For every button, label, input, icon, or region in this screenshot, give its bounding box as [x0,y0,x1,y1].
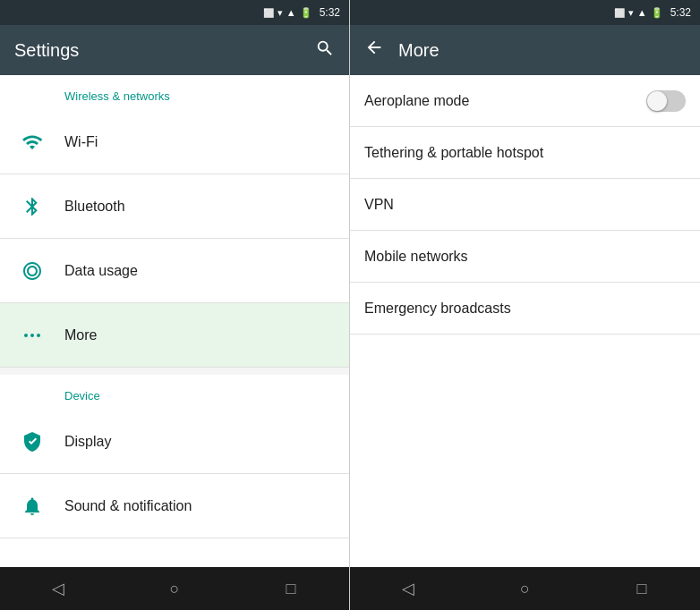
emergency-broadcasts-label: Emergency broadcasts [364,301,511,317]
settings-title: Settings [14,40,315,61]
more-content: Aeroplane mode Tethering & portable hots… [350,75,700,567]
settings-panel: ⬜ ▾ ▲ 🔋 5:32 Settings Wireless & network… [0,0,350,610]
more-item[interactable]: More [0,303,349,368]
recent-button-left[interactable]: □ [264,580,318,598]
aeroplane-toggle[interactable] [646,90,686,112]
more-panel: ⬜ ▾ ▲ 🔋 5:32 More Aeroplane mode Tetheri… [350,0,700,610]
more-app-bar: More [350,25,700,75]
bottom-nav-left: ◁ ○ □ [0,567,349,610]
display-label: Display [64,434,111,450]
wifi-status-icon: ▾ [277,7,283,19]
sim-icon-right: ⬜ [614,8,625,18]
aeroplane-mode-item[interactable]: Aeroplane mode [350,75,700,127]
vpn-item[interactable]: VPN [350,179,700,231]
time-right: 5:32 [670,6,691,19]
settings-app-bar: Settings [0,25,349,75]
svg-point-1 [30,334,34,337]
bluetooth-icon [14,196,50,217]
bluetooth-label: Bluetooth [64,199,125,215]
sim-icon: ⬜ [263,8,274,18]
more-label: More [64,327,97,343]
display-item[interactable]: Display [0,410,349,474]
tethering-label: Tethering & portable hotspot [364,145,543,161]
wifi-status-icon-right: ▾ [628,7,634,19]
status-bar-right: ⬜ ▾ ▲ 🔋 5:32 [350,0,700,25]
display-icon [14,431,50,453]
back-button-right[interactable]: ◁ [381,579,435,598]
device-section-header: Device [0,375,349,410]
bottom-nav-right: ◁ ○ □ [350,567,700,610]
sound-icon [14,496,50,517]
tethering-item[interactable]: Tethering & portable hotspot [350,127,700,179]
battery-icon-right: 🔋 [651,7,663,19]
battery-icon: 🔋 [300,7,312,19]
sound-label: Sound & notification [64,498,192,514]
status-bar-left: ⬜ ▾ ▲ 🔋 5:32 [0,0,349,25]
wifi-label: Wi-Fi [64,134,98,150]
aeroplane-mode-label: Aeroplane mode [364,93,469,109]
bluetooth-item[interactable]: Bluetooth [0,174,349,239]
settings-content: Wireless & networks Wi-Fi Bluetooth [0,75,349,567]
mobile-networks-label: Mobile networks [364,249,468,265]
sound-item[interactable]: Sound & notification [0,474,349,538]
more-title: More [398,40,686,61]
data-usage-item[interactable]: Data usage [0,239,349,303]
wireless-section-header: Wireless & networks [0,75,349,110]
toggle-knob [647,91,667,111]
recent-button-right[interactable]: □ [615,580,669,598]
wifi-icon [14,131,50,153]
search-icon[interactable] [315,38,335,63]
mobile-networks-item[interactable]: Mobile networks [350,231,700,283]
more-icon [14,325,50,346]
back-icon[interactable] [364,38,384,63]
signal-icon-right: ▲ [637,7,647,18]
emergency-broadcasts-item[interactable]: Emergency broadcasts [350,283,700,335]
time-left: 5:32 [320,6,340,19]
data-usage-label: Data usage [64,263,138,279]
data-usage-icon [14,260,50,282]
signal-icon: ▲ [286,7,296,18]
back-button-left[interactable]: ◁ [31,579,85,598]
home-button-left[interactable]: ○ [148,580,201,598]
wifi-item[interactable]: Wi-Fi [0,110,349,174]
svg-point-0 [24,334,28,337]
svg-point-2 [37,334,40,337]
home-button-right[interactable]: ○ [498,580,551,598]
vpn-label: VPN [364,197,394,213]
section-divider [0,368,349,375]
